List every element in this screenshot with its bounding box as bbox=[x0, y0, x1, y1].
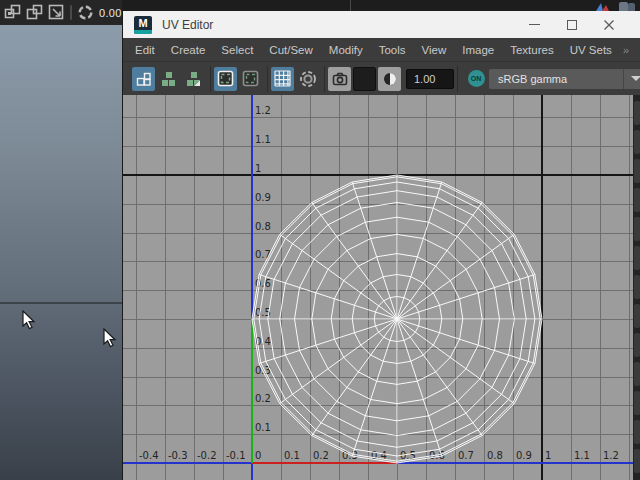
shade-selected-button[interactable] bbox=[296, 67, 319, 91]
svg-text:-0.2: -0.2 bbox=[197, 450, 217, 461]
menu-uv-sets[interactable]: UV Sets bbox=[563, 40, 619, 60]
maximize-button[interactable] bbox=[565, 18, 578, 31]
uv-snapshot-button[interactable] bbox=[328, 67, 351, 91]
svg-text:0.9: 0.9 bbox=[516, 450, 532, 461]
svg-text:0: 0 bbox=[255, 450, 261, 461]
svg-text:1: 1 bbox=[255, 163, 261, 174]
contrast-icon bbox=[382, 71, 398, 87]
svg-text:0.1: 0.1 bbox=[255, 422, 271, 433]
svg-text:0.7: 0.7 bbox=[255, 249, 271, 260]
svg-text:0.7: 0.7 bbox=[458, 450, 474, 461]
axis-gizmo-icon bbox=[594, 1, 610, 11]
svg-text:1.1: 1.1 bbox=[255, 134, 271, 145]
display-image-button[interactable] bbox=[214, 67, 237, 91]
minimize-icon bbox=[529, 24, 540, 25]
svg-text:0.8: 0.8 bbox=[487, 450, 503, 461]
tiles-icon bbox=[136, 71, 152, 87]
menu-cut-sew[interactable]: Cut/Sew bbox=[262, 40, 319, 60]
close-icon bbox=[603, 19, 615, 31]
grid-icon bbox=[274, 70, 291, 87]
texture-swatch-button[interactable] bbox=[353, 67, 376, 91]
green-tiles-icon bbox=[161, 71, 177, 87]
chevron-down-icon bbox=[631, 76, 640, 81]
svg-text:-0.4: -0.4 bbox=[139, 450, 159, 461]
edge-block bbox=[634, 217, 640, 241]
maya-viewport[interactable] bbox=[0, 25, 122, 480]
colorspace-value: sRGB gamma bbox=[489, 73, 623, 85]
make-live-icon[interactable] bbox=[26, 4, 43, 21]
viewport-divider bbox=[0, 302, 122, 304]
uv-grid: -0.4-0.3-0.2-0.100.10.20.30.40.50.60.70.… bbox=[123, 95, 640, 480]
on-badge: ON bbox=[468, 70, 485, 87]
svg-text:1.2: 1.2 bbox=[603, 450, 619, 461]
select-box-icon[interactable] bbox=[48, 4, 65, 21]
svg-text:0.2: 0.2 bbox=[313, 450, 329, 461]
edge-block bbox=[634, 391, 640, 415]
uv-canvas[interactable]: -0.4-0.3-0.2-0.100.10.20.30.40.50.60.70.… bbox=[123, 95, 640, 480]
image-border-icon bbox=[217, 70, 234, 87]
uv-toolbar: ON sRGB gamma bbox=[123, 62, 640, 95]
svg-text:0.9: 0.9 bbox=[255, 192, 271, 203]
snap-together-icon[interactable] bbox=[4, 4, 21, 21]
status-value: 0.00 bbox=[99, 7, 122, 19]
svg-text:0.1: 0.1 bbox=[284, 450, 300, 461]
svg-text:-0.3: -0.3 bbox=[168, 450, 188, 461]
maximize-icon bbox=[567, 20, 577, 30]
titlebar[interactable]: M UV Editor bbox=[123, 11, 640, 38]
exposure-input[interactable] bbox=[406, 69, 454, 89]
close-button[interactable] bbox=[602, 18, 615, 31]
pixel-snap-button[interactable] bbox=[271, 67, 294, 91]
menu-edit[interactable]: Edit bbox=[128, 40, 162, 60]
toolbar-separator bbox=[324, 66, 325, 92]
edge-block bbox=[634, 275, 640, 299]
uv-editor-window: M UV Editor Edit Create Select Cut/Sew M… bbox=[122, 11, 640, 480]
menu-image[interactable]: Image bbox=[455, 40, 501, 60]
edge-block bbox=[634, 101, 640, 125]
colorspace-dropdown[interactable]: sRGB gamma bbox=[489, 69, 640, 89]
dropdown-arrow-button[interactable] bbox=[623, 69, 640, 89]
edge-block bbox=[634, 130, 640, 154]
edge-block bbox=[634, 362, 640, 386]
uv-tile-view-button[interactable] bbox=[132, 67, 155, 91]
svg-text:1: 1 bbox=[545, 450, 551, 461]
toolbar-separator bbox=[457, 66, 458, 92]
svg-text:0.8: 0.8 bbox=[255, 221, 271, 232]
maya-app-icon: M bbox=[134, 16, 152, 34]
menu-overflow-chevron[interactable]: » bbox=[623, 44, 629, 56]
svg-text:1.2: 1.2 bbox=[255, 105, 271, 116]
colormanagement-on-toggle[interactable]: ON bbox=[465, 68, 487, 90]
edge-block bbox=[634, 420, 640, 444]
menu-textures[interactable]: Textures bbox=[503, 40, 560, 60]
edge-block bbox=[634, 246, 640, 270]
strip-divider bbox=[350, 0, 351, 11]
edge-block bbox=[634, 159, 640, 183]
toolbar-separator bbox=[70, 5, 72, 20]
green-tiles-triangle-icon bbox=[186, 71, 202, 87]
window-right-edge bbox=[633, 95, 640, 480]
menu-select[interactable]: Select bbox=[214, 40, 260, 60]
maya-status-line: 0.00 bbox=[0, 0, 122, 25]
menu-view[interactable]: View bbox=[415, 40, 454, 60]
contrast-toggle-button[interactable] bbox=[378, 67, 401, 91]
minimize-button[interactable] bbox=[528, 18, 541, 31]
svg-text:1.1: 1.1 bbox=[574, 450, 590, 461]
edge-block bbox=[634, 333, 640, 357]
image-border-dim-icon bbox=[242, 70, 259, 87]
maya-top-strip bbox=[122, 0, 640, 11]
shaded-uv-display-button[interactable] bbox=[157, 67, 180, 91]
svg-text:0.2: 0.2 bbox=[255, 393, 271, 404]
menu-modify[interactable]: Modify bbox=[322, 40, 370, 60]
image-ratio-button[interactable] bbox=[239, 67, 262, 91]
toolbar-separator bbox=[267, 66, 268, 92]
maya-background-panel: 0.00 bbox=[0, 0, 122, 480]
panel-layout-icon bbox=[618, 1, 636, 11]
distortion-display-button[interactable] bbox=[182, 67, 205, 91]
menu-tools[interactable]: Tools bbox=[372, 40, 413, 60]
dashed-circle-icon bbox=[299, 70, 317, 88]
edge-block bbox=[634, 304, 640, 328]
menu-create[interactable]: Create bbox=[164, 40, 213, 60]
render-refresh-icon[interactable] bbox=[77, 4, 94, 21]
menubar: Edit Create Select Cut/Sew Modify Tools … bbox=[123, 38, 640, 62]
camera-icon bbox=[332, 71, 348, 87]
edge-block bbox=[634, 449, 640, 473]
